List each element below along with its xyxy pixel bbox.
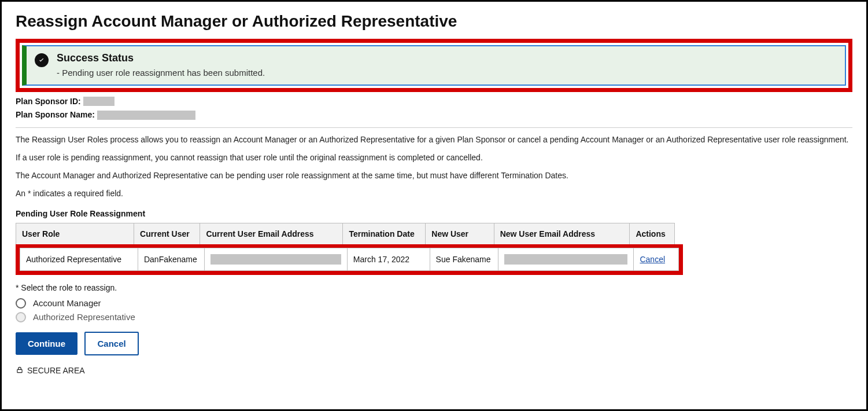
intro-paragraph-3: The Account Manager and Authorized Repre… bbox=[16, 170, 852, 182]
cell-current-user: DanFakename bbox=[138, 248, 204, 270]
current-email-redacted bbox=[210, 254, 341, 265]
cell-termination-date: March 17, 2022 bbox=[347, 248, 430, 270]
lock-icon bbox=[16, 366, 24, 376]
role-option-label: Account Manager bbox=[33, 298, 101, 308]
page-title: Reassign Account Manager or Authorized R… bbox=[16, 12, 852, 31]
col-header-new-user: New User bbox=[426, 223, 494, 244]
success-title: Success Status bbox=[57, 52, 265, 64]
secure-area-label: SECURE AREA bbox=[27, 366, 85, 375]
radio-icon[interactable] bbox=[16, 298, 26, 309]
cancel-reassignment-link[interactable]: Cancel bbox=[640, 255, 665, 264]
plan-sponsor-id-value-redacted bbox=[83, 97, 114, 106]
plan-sponsor-name-label: Plan Sponsor Name: bbox=[16, 110, 95, 119]
cell-current-email bbox=[205, 248, 348, 270]
continue-button[interactable]: Continue bbox=[16, 332, 77, 355]
secure-area-footer: SECURE AREA bbox=[16, 366, 852, 376]
role-option-authorized-representative: Authorized Representative bbox=[16, 312, 852, 322]
divider bbox=[16, 127, 852, 128]
pending-reassignment-table: User Role Current User Current User Emai… bbox=[16, 223, 675, 245]
plan-sponsor-name-value-redacted bbox=[97, 111, 195, 120]
role-option-account-manager[interactable]: Account Manager bbox=[16, 298, 852, 309]
plan-sponsor-id-label: Plan Sponsor ID: bbox=[16, 97, 81, 106]
plan-sponsor-id-line: Plan Sponsor ID: bbox=[16, 97, 852, 107]
intro-paragraph-2: If a user role is pending reassignment, … bbox=[16, 152, 852, 164]
plan-sponsor-name-line: Plan Sponsor Name: bbox=[16, 110, 852, 120]
col-header-termination-date: Termination Date bbox=[343, 223, 426, 244]
pending-section-label: Pending User Role Reassignment bbox=[16, 209, 852, 218]
success-highlight-box: Success Status Pending user role reassig… bbox=[16, 39, 852, 92]
table-header-row: User Role Current User Current User Emai… bbox=[16, 223, 675, 244]
success-body: Success Status Pending user role reassig… bbox=[57, 52, 265, 78]
pending-reassignment-table-body: Authorized Representative DanFakename Ma… bbox=[20, 248, 679, 271]
button-row: Continue Cancel bbox=[16, 332, 852, 355]
cancel-button[interactable]: Cancel bbox=[84, 332, 138, 355]
col-header-current-user: Current User bbox=[134, 223, 200, 244]
col-header-actions: Actions bbox=[630, 223, 675, 244]
success-message: Pending user role reassignment has been … bbox=[57, 68, 265, 78]
cell-new-user: Sue Fakename bbox=[430, 248, 498, 270]
cell-actions: Cancel bbox=[634, 248, 679, 270]
new-email-redacted bbox=[504, 254, 628, 265]
svg-rect-0 bbox=[17, 369, 22, 372]
col-header-current-email: Current User Email Address bbox=[200, 223, 343, 244]
cell-new-email bbox=[498, 248, 634, 270]
cell-role: Authorized Representative bbox=[20, 248, 138, 270]
table-row: Authorized Representative DanFakename Ma… bbox=[20, 248, 679, 270]
success-alert: Success Status Pending user role reassig… bbox=[22, 45, 846, 86]
col-header-new-email: New User Email Address bbox=[494, 223, 630, 244]
required-field-note: An * indicates a required field. bbox=[16, 188, 852, 200]
role-select-prompt: * Select the role to reassign. bbox=[16, 283, 852, 292]
check-circle-icon bbox=[35, 53, 49, 67]
radio-icon-disabled bbox=[16, 312, 26, 322]
role-option-label: Authorized Representative bbox=[33, 312, 135, 322]
pending-row-highlight-box: Authorized Representative DanFakename Ma… bbox=[16, 244, 683, 275]
page-frame: Reassign Account Manager or Authorized R… bbox=[0, 0, 868, 411]
intro-paragraph-1: The Reassign User Roles process allows y… bbox=[16, 134, 852, 146]
col-header-role: User Role bbox=[16, 223, 134, 244]
